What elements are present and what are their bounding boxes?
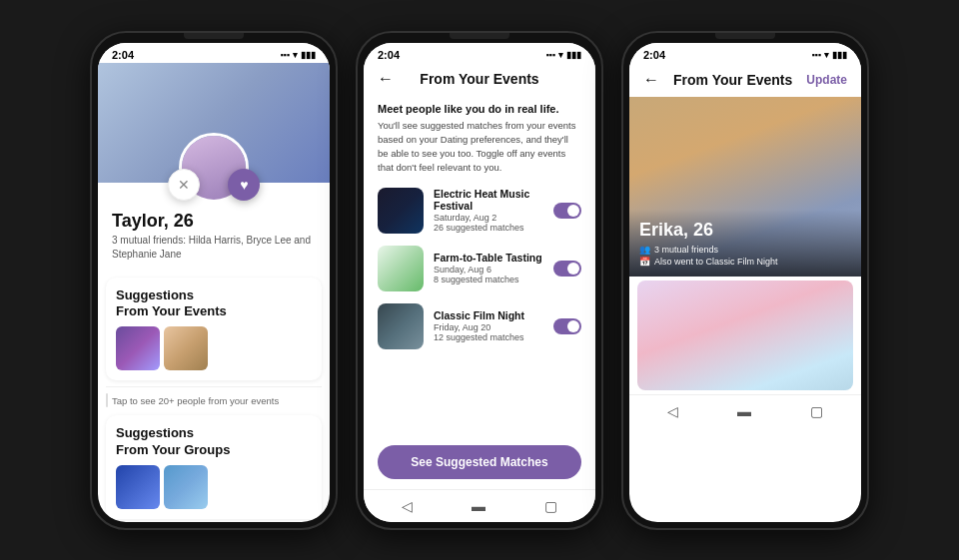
tap-bar-1 xyxy=(106,393,108,407)
event-name-3: Classic Film Night xyxy=(434,309,543,321)
phone-2-nav: ◁ ▬ ▢ xyxy=(364,489,595,522)
signal-icon: ▪▪▪ xyxy=(280,50,290,60)
event-item-1: Electric Heat Music Festival Saturday, A… xyxy=(378,188,581,234)
events-desc-text: You'll see suggested matches from your e… xyxy=(378,119,581,176)
calendar-icon: 📅 xyxy=(639,257,650,267)
suggestions-groups-title: SuggestionsFrom Your Groups xyxy=(116,425,312,459)
see-matches-button[interactable]: See Suggested Matches xyxy=(378,445,581,479)
suggestions-groups-card[interactable]: SuggestionsFrom Your Groups xyxy=(106,415,322,519)
status-bar-2: 2:04 ▪▪▪ ▾ ▮▮▮ xyxy=(364,43,595,63)
status-time-2: 2:04 xyxy=(378,49,400,61)
event-img-2 xyxy=(378,246,424,291)
event-img-3 xyxy=(378,303,424,349)
profile-hero: ✕ ♥ xyxy=(98,63,330,183)
phone-1-screen: 2:04 ▪▪▪ ▾ ▮▮▮ ✕ ♥ Taylor, 26 3 mutual f… xyxy=(98,43,330,522)
profile-name: Taylor, 26 xyxy=(112,211,316,232)
event-matches-2: 8 suggested matches xyxy=(434,275,543,284)
detail-update-button[interactable]: Update xyxy=(806,73,847,87)
phone-2-screen: 2:04 ▪▪▪ ▾ ▮▮▮ ← From Your Events Meet p… xyxy=(364,43,595,522)
group-thumb-2 xyxy=(164,465,208,509)
home-nav-icon-3[interactable]: ▬ xyxy=(737,403,751,419)
events-desc-bold: Meet people like you do in real life. xyxy=(378,103,581,115)
phone-3-nav: ◁ ▬ ▢ xyxy=(629,394,861,427)
detail-main-photo: Erika, 26 👥 3 mutual friends 📅 Also went… xyxy=(629,97,861,277)
detail-header: ← From Your Events Update xyxy=(629,63,861,97)
event-name-2: Farm-to-Table Tasting xyxy=(434,252,543,264)
event-img-1 xyxy=(378,188,424,234)
event-name-1: Electric Heat Music Festival xyxy=(434,188,543,212)
status-time-1: 2:04 xyxy=(112,49,134,61)
event-item-3: Classic Film Night Friday, Aug 20 12 sug… xyxy=(378,303,581,349)
dislike-button[interactable]: ✕ xyxy=(168,169,200,201)
detail-back-button[interactable]: ← xyxy=(643,71,659,89)
tap-events-text: Tap to see 20+ people from your events xyxy=(112,395,279,406)
tap-events-hint[interactable]: Tap to see 20+ people from your events xyxy=(106,386,322,407)
signal-icon-2: ▪▪▪ xyxy=(545,50,555,60)
battery-icon-3: ▮▮▮ xyxy=(832,50,847,60)
back-nav-icon-3[interactable]: ◁ xyxy=(667,403,678,419)
profile-info: Taylor, 26 3 mutual friends: Hilda Harri… xyxy=(98,211,330,270)
wifi-icon-2: ▾ xyxy=(558,50,563,60)
event-date-3: Friday, Aug 20 xyxy=(434,322,543,332)
back-nav-icon-2[interactable]: ◁ xyxy=(402,498,413,514)
detail-second-photo xyxy=(637,280,853,390)
suggestions-events-title: SuggestionsFrom Your Events xyxy=(116,287,312,321)
event-date-1: Saturday, Aug 2 xyxy=(434,213,543,223)
status-icons-3: ▪▪▪ ▾ ▮▮▮ xyxy=(811,50,847,60)
event-info-3: Classic Film Night Friday, Aug 20 12 sug… xyxy=(434,309,543,342)
recents-nav-icon-3[interactable]: ▢ xyxy=(810,403,823,419)
event-info-1: Electric Heat Music Festival Saturday, A… xyxy=(434,188,543,233)
signal-icon-3: ▪▪▪ xyxy=(811,50,821,60)
events-header: ← From Your Events xyxy=(364,63,595,95)
event-matches-1: 26 suggested matches xyxy=(434,223,543,233)
detail-friends-row: 👥 3 mutual friends xyxy=(639,245,851,255)
profile-friends: 3 mutual friends: Hilda Harris, Bryce Le… xyxy=(112,234,316,262)
recents-nav-icon-2[interactable]: ▢ xyxy=(544,498,557,514)
event-date-2: Sunday, Aug 6 xyxy=(434,265,543,275)
battery-icon: ▮▮▮ xyxy=(301,50,316,60)
group-thumb-1 xyxy=(116,465,160,509)
wifi-icon: ▾ xyxy=(293,50,298,60)
event-toggle-1[interactable] xyxy=(553,203,581,219)
detail-profile-name: Erika, 26 xyxy=(639,220,851,241)
events-list: Electric Heat Music Festival Saturday, A… xyxy=(364,184,595,437)
phones-container: 2:04 ▪▪▪ ▾ ▮▮▮ ✕ ♥ Taylor, 26 3 mutual f… xyxy=(70,11,889,550)
phone-2: 2:04 ▪▪▪ ▾ ▮▮▮ ← From Your Events Meet p… xyxy=(356,31,603,530)
phone-3: 2:04 ▪▪▪ ▾ ▮▮▮ ← From Your Events Update… xyxy=(621,31,869,530)
suggestions-groups-images xyxy=(116,465,312,509)
event-info-2: Farm-to-Table Tasting Sunday, Aug 6 8 su… xyxy=(434,252,543,284)
status-bar-1: 2:04 ▪▪▪ ▾ ▮▮▮ xyxy=(98,43,330,63)
detail-overlay: Erika, 26 👥 3 mutual friends 📅 Also went… xyxy=(629,210,861,277)
status-bar-3: 2:04 ▪▪▪ ▾ ▮▮▮ xyxy=(629,43,861,63)
event-thumb-1 xyxy=(116,326,160,370)
detail-meta: 👥 3 mutual friends 📅 Also went to Classi… xyxy=(639,245,851,267)
battery-icon-2: ▮▮▮ xyxy=(566,50,581,60)
events-description: Meet people like you do in real life. Yo… xyxy=(364,95,595,184)
detail-friends-text: 3 mutual friends xyxy=(654,245,718,255)
events-header-title: From Your Events xyxy=(420,71,538,87)
suggestions-events-card[interactable]: SuggestionsFrom Your Events xyxy=(106,278,322,381)
event-toggle-3[interactable] xyxy=(553,318,581,334)
phone-3-screen: 2:04 ▪▪▪ ▾ ▮▮▮ ← From Your Events Update… xyxy=(629,43,861,522)
event-matches-3: 12 suggested matches xyxy=(434,332,543,342)
event-item-2: Farm-to-Table Tasting Sunday, Aug 6 8 su… xyxy=(378,246,581,291)
detail-event-row: 📅 Also went to Classic Film Night xyxy=(639,257,851,267)
event-thumb-2 xyxy=(164,326,208,370)
friends-icon: 👥 xyxy=(639,245,650,255)
detail-event-text: Also went to Classic Film Night xyxy=(654,257,778,267)
like-button[interactable]: ♥ xyxy=(228,169,260,201)
status-icons-2: ▪▪▪ ▾ ▮▮▮ xyxy=(545,50,581,60)
events-back-button[interactable]: ← xyxy=(378,70,394,88)
phone-1: 2:04 ▪▪▪ ▾ ▮▮▮ ✕ ♥ Taylor, 26 3 mutual f… xyxy=(90,31,338,530)
detail-header-title: From Your Events xyxy=(673,72,792,88)
suggestions-events-images xyxy=(116,326,312,370)
wifi-icon-3: ▾ xyxy=(824,50,829,60)
status-icons-1: ▪▪▪ ▾ ▮▮▮ xyxy=(280,50,316,60)
home-nav-icon-2[interactable]: ▬ xyxy=(472,498,485,514)
status-time-3: 2:04 xyxy=(643,49,665,61)
event-toggle-2[interactable] xyxy=(553,261,581,277)
